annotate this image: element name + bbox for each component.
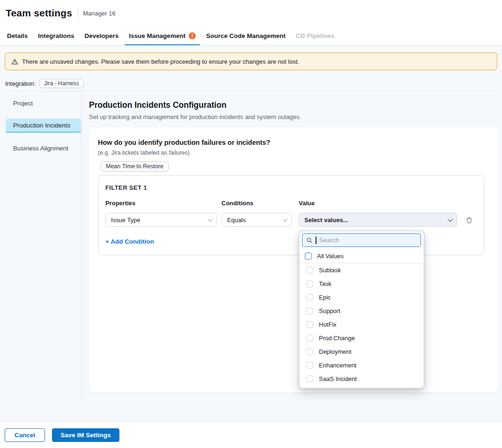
option-label: All Values	[317, 253, 344, 260]
page-title: Team settings	[6, 7, 72, 19]
option-checkbox[interactable]	[306, 348, 313, 355]
option-row[interactable]: Task	[299, 277, 424, 291]
sidebar-item-project[interactable]: Project	[6, 96, 81, 110]
option-label: HotFix	[319, 321, 337, 328]
dropdown-search-input[interactable]	[319, 237, 417, 244]
team-settings-page: Team settings Manager 16 Details Integra…	[0, 0, 502, 448]
option-checkbox[interactable]	[306, 335, 313, 342]
filter-column-headers: Properties Conditions Value	[105, 200, 477, 213]
option-checkbox[interactable]	[306, 294, 313, 301]
config-sidebar: Project Production Incidents Business Al…	[0, 91, 82, 398]
option-row[interactable]: Epic	[299, 291, 424, 304]
tab-label: Issue Management	[129, 32, 185, 39]
option-label: Support	[319, 307, 340, 314]
page-header: Team settings Manager 16	[0, 0, 502, 26]
option-row[interactable]: SaaS Incident	[299, 372, 424, 386]
tab-details[interactable]: Details	[2, 26, 33, 45]
condition-select-value: Equals	[227, 217, 246, 224]
option-row[interactable]: HotFix	[299, 318, 424, 331]
option-checkbox[interactable]	[306, 280, 313, 287]
option-row[interactable]: Enhancement	[299, 358, 424, 372]
option-label: SaaS Incident	[319, 375, 357, 382]
content-columns: Project Production Incidents Business Al…	[0, 91, 502, 398]
option-row[interactable]: Subtask	[299, 263, 424, 277]
unsaved-warning-badge-icon: !	[189, 32, 196, 39]
metric-chip-mttr[interactable]: Mean Time to Restore	[101, 161, 169, 172]
filter-condition-row: Issue Type Equals	[105, 213, 477, 227]
option-label: Task	[319, 280, 332, 287]
options-list: Subtask Task	[299, 263, 424, 388]
chevron-down-icon	[283, 217, 288, 222]
save-im-settings-button[interactable]: Save IM Settings	[52, 428, 119, 442]
value-multiselect[interactable]: Select values...	[299, 213, 457, 227]
section-heading: Production Incidents Configuration	[89, 100, 502, 110]
page-subtitle: Manager 16	[83, 10, 115, 17]
sidebar-item-label: Project	[13, 100, 33, 107]
option-label: Subtask	[319, 267, 341, 274]
integration-chip[interactable]: Jira - Harness	[39, 79, 84, 88]
tab-label: Integrations	[38, 32, 74, 39]
option-all-values[interactable]: All Values	[299, 249, 424, 263]
option-checkbox[interactable]	[306, 267, 313, 274]
value-column-label: Value	[299, 200, 457, 207]
identify-question: How do you identify production failures …	[98, 139, 489, 146]
option-row[interactable]: Deployment	[299, 345, 424, 358]
property-select[interactable]: Issue Type	[105, 213, 217, 227]
option-row[interactable]: Support	[299, 304, 424, 318]
condition-select[interactable]: Equals	[221, 213, 292, 227]
sidebar-item-label: Production Incidents	[13, 122, 70, 129]
tab-issue-management[interactable]: Issue Management !	[124, 26, 201, 45]
text-cursor	[316, 237, 317, 244]
section-subheading: Set up tracking and management for produ…	[89, 113, 502, 120]
dropdown-search[interactable]	[302, 233, 421, 247]
integration-row: Integration: Jira - Harness	[5, 79, 502, 88]
unsaved-changes-text: There are unsaved changes. Please save t…	[22, 58, 299, 65]
tab-source-code-management[interactable]: Source Code Management	[201, 26, 291, 45]
tab-label: Developers	[85, 32, 119, 39]
tab-cd-pipelines: CD Pipelines	[291, 26, 340, 45]
bottom-spacer	[0, 398, 502, 421]
tab-label: CD Pipelines	[296, 32, 335, 39]
value-dropdown-panel: All Values Subtask	[299, 231, 424, 388]
option-checkbox[interactable]	[306, 362, 313, 369]
trash-icon	[465, 216, 473, 224]
option-label: Epic	[319, 294, 331, 301]
properties-column-label: Properties	[105, 200, 217, 207]
title-divider	[78, 9, 78, 17]
sidebar-item-label: Business Alignment	[13, 145, 68, 152]
unsaved-changes-banner: There are unsaved changes. Please save t…	[5, 52, 497, 70]
sidebar-item-business-alignment[interactable]: Business Alignment	[6, 141, 81, 155]
chevron-down-icon	[208, 217, 213, 222]
chevron-down-icon	[448, 217, 453, 222]
cancel-button[interactable]: Cancel	[5, 428, 45, 442]
option-row[interactable]: Customer Notification	[299, 386, 424, 388]
option-checkbox[interactable]	[306, 375, 313, 382]
warning-triangle-icon	[11, 58, 18, 65]
option-label: Enhancement	[319, 362, 356, 369]
option-checkbox[interactable]	[306, 307, 313, 314]
main-panel: Production Incidents Configuration Set u…	[82, 91, 502, 398]
identify-question-hint: (e.g. Jira tickets labeled as failures)	[98, 149, 489, 156]
tab-integrations[interactable]: Integrations	[33, 26, 79, 45]
filter-set-title: FILTER SET 1	[105, 184, 477, 191]
conditions-column-label: Conditions	[221, 200, 292, 207]
checkbox-all-values[interactable]	[305, 253, 312, 260]
tab-developers[interactable]: Developers	[80, 26, 124, 45]
incidents-config-card: How do you identify production failures …	[89, 127, 498, 392]
option-checkbox[interactable]	[306, 321, 313, 328]
page-body: There are unsaved changes. Please save t…	[0, 45, 502, 421]
sidebar-item-production-incidents[interactable]: Production Incidents	[6, 119, 81, 133]
search-icon	[306, 237, 313, 244]
option-row[interactable]: Prod Change	[299, 331, 424, 345]
integration-label: Integration:	[5, 80, 36, 87]
settings-tabbar: Details Integrations Developers Issue Ma…	[0, 26, 502, 45]
footer-actions: Cancel Save IM Settings	[0, 421, 502, 448]
value-select-placeholder: Select values...	[304, 217, 348, 224]
filter-set-1: FILTER SET 1 Properties Conditions Value…	[98, 175, 484, 255]
property-select-value: Issue Type	[111, 217, 140, 224]
option-label: Deployment	[319, 348, 351, 355]
delete-filter-button[interactable]	[465, 216, 473, 224]
tab-label: Source Code Management	[206, 32, 286, 39]
add-condition-button[interactable]: + Add Condition	[105, 238, 154, 245]
option-label: Prod Change	[319, 335, 355, 342]
